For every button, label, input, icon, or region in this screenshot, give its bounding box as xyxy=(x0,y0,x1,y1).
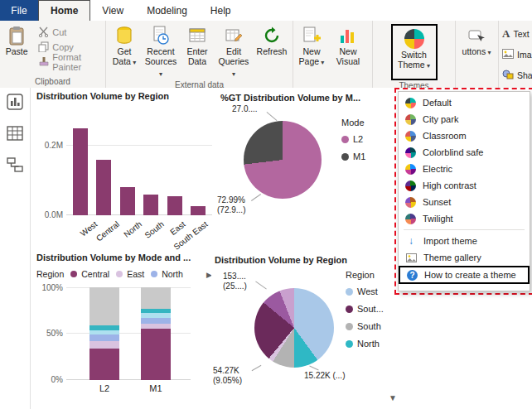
paintbrush-icon xyxy=(38,56,49,69)
theme-menu-item-default[interactable]: Default xyxy=(399,94,530,111)
new-visual-button[interactable]: New Visual xyxy=(331,23,365,66)
segment-north[interactable] xyxy=(141,318,171,324)
bar-east[interactable] xyxy=(167,196,182,215)
legend-item-sout-[interactable]: Sout... xyxy=(346,304,384,314)
legend-item-south[interactable]: South xyxy=(346,321,384,331)
theme-menu-item-twilight[interactable]: Twilight xyxy=(399,210,530,227)
chart-title: Distribution Volume by Region xyxy=(215,255,347,265)
new-page-button[interactable]: New Page xyxy=(294,23,329,68)
edit-queries-button[interactable]: Edit Queries xyxy=(216,23,251,79)
legend-color-dot xyxy=(346,288,353,296)
theme-menu-item-classroom[interactable]: Classroom xyxy=(399,128,530,144)
theme-menu-item-electric[interactable]: Electric xyxy=(399,161,530,177)
legend: RegionWestSout...SouthNorth xyxy=(346,270,384,356)
segment-central[interactable] xyxy=(141,329,171,380)
legend: RegionCentralEastNorth xyxy=(36,269,183,279)
tab-view[interactable]: View xyxy=(90,0,135,21)
refresh-icon xyxy=(263,25,281,46)
segment-east[interactable] xyxy=(141,324,171,330)
cut-button[interactable]: Cut xyxy=(35,25,105,40)
theme-pie-icon xyxy=(405,180,416,191)
bar-south[interactable] xyxy=(143,195,158,215)
sidebar-data-view[interactable] xyxy=(0,119,30,151)
file-tab[interactable]: File xyxy=(0,0,38,21)
enter-data-button[interactable]: Enter Data xyxy=(180,23,215,66)
bar-central[interactable] xyxy=(96,160,111,215)
segment-west[interactable] xyxy=(141,287,171,309)
theme-menu-item-label: Colorblind safe xyxy=(423,147,483,157)
switch-theme-button[interactable]: Switch Theme xyxy=(395,26,433,71)
segment-east[interactable] xyxy=(89,341,119,349)
bar-chart-icon xyxy=(339,25,357,46)
buttons-button[interactable]: uttons xyxy=(457,23,496,58)
x-category-label: Central xyxy=(95,216,118,251)
report-view-icon xyxy=(7,94,23,113)
format-painter-button[interactable]: Format Painter xyxy=(35,55,105,70)
theme-menu-item-high-contrast[interactable]: High contrast xyxy=(399,177,530,194)
paste-button[interactable]: Paste xyxy=(1,23,32,56)
legend-item-west[interactable]: West xyxy=(346,286,384,296)
legend-title: Region xyxy=(36,269,64,279)
pie-region[interactable] xyxy=(254,288,334,368)
segment-central[interactable] xyxy=(89,349,119,380)
theme-menu-item-label: Classroom xyxy=(423,131,467,141)
legend-item-central[interactable]: Central xyxy=(70,269,109,279)
theme-menu-item-city-park[interactable]: City park xyxy=(399,111,530,128)
paste-label: Paste xyxy=(6,46,28,56)
pie-data-label: 54.27K (9.05%) xyxy=(213,366,256,386)
recent-sources-button[interactable]: Recent Sources xyxy=(143,23,178,79)
buttons-group-label xyxy=(456,76,498,88)
table-icon xyxy=(188,25,206,46)
shapes-icon xyxy=(502,70,514,81)
legend-item-l2[interactable]: L2 xyxy=(341,134,365,144)
tab-home[interactable]: Home xyxy=(38,0,90,21)
bar-south-east[interactable] xyxy=(191,206,206,215)
text-box-button[interactable]: A Text xyxy=(499,23,532,44)
legend-item-east[interactable]: East xyxy=(116,269,144,279)
dropdown-arrow-icon[interactable]: ▼ xyxy=(389,393,397,402)
bar-north[interactable] xyxy=(120,187,135,215)
pie-chart-mode-visual[interactable]: %GT Distribution Volume by M... 27.0....… xyxy=(217,91,398,248)
stacked-column-l2 xyxy=(89,287,119,380)
get-data-button[interactable]: Get Data xyxy=(107,23,142,68)
legend-item-m1[interactable]: M1 xyxy=(341,152,365,161)
tab-modeling[interactable]: Modeling xyxy=(135,0,199,21)
theme-menu-item-how-to-create-a-theme[interactable]: ?How to create a theme xyxy=(399,266,530,284)
buttons-group: uttons xyxy=(456,21,499,88)
cut-label: Cut xyxy=(52,27,66,37)
stacked-bar-visual[interactable]: Distribution Volume by Mode and ... Regi… xyxy=(33,251,217,409)
format-painter-label: Format Painter xyxy=(52,52,102,72)
stacked-columns xyxy=(89,287,171,380)
theme-menu-item-colorblind-safe[interactable]: Colorblind safe xyxy=(399,144,530,161)
theme-menu-highlight-box: DefaultCity parkClassroomColorblind safe… xyxy=(394,88,532,295)
theme-menu-item-theme-gallery[interactable]: Theme gallery xyxy=(399,249,530,266)
image-button[interactable]: Ima xyxy=(499,44,532,65)
theme-menu-item-label: Theme gallery xyxy=(423,253,481,262)
buttons-label: uttons xyxy=(462,46,491,58)
sidebar-model-view[interactable] xyxy=(0,151,30,182)
pie-mode[interactable] xyxy=(244,121,322,199)
tab-help[interactable]: Help xyxy=(199,0,243,21)
y-tick-label: 0% xyxy=(36,375,63,384)
theme-pie-icon xyxy=(405,214,416,224)
bar-chart-visual[interactable]: Distribution Volume by Region 0.2M 0.0M … xyxy=(33,89,217,252)
bar-west[interactable] xyxy=(73,128,88,215)
theme-menu-item-sunset[interactable]: Sunset xyxy=(399,194,530,210)
legend-item-north[interactable]: North xyxy=(346,339,384,349)
segment-north[interactable] xyxy=(89,334,119,341)
segment-west[interactable] xyxy=(89,287,119,325)
legend-item-north[interactable]: North xyxy=(151,269,183,279)
refresh-button[interactable]: Refresh xyxy=(253,23,291,56)
stacked-column-m1 xyxy=(141,287,171,380)
shapes-button[interactable]: Sha xyxy=(499,65,532,85)
theme-menu-item-import-theme[interactable]: ↓Import theme xyxy=(399,233,530,249)
new-page-icon xyxy=(302,25,322,46)
sidebar-report-view[interactable] xyxy=(0,88,30,119)
ribbon-tab-bar: File Home View Modeling Help xyxy=(0,0,532,21)
pie-chart-region-visual[interactable]: Distribution Volume by Region 153.... (2… xyxy=(211,253,409,409)
pie-data-label: 15.22K (...) xyxy=(304,371,347,381)
leader-line xyxy=(309,366,318,371)
chart-title: Distribution Volume by Region xyxy=(36,91,169,101)
right-truncated-group: A Text Ima Sha xyxy=(499,21,532,88)
themes-group: Switch Theme Themes xyxy=(373,21,456,88)
